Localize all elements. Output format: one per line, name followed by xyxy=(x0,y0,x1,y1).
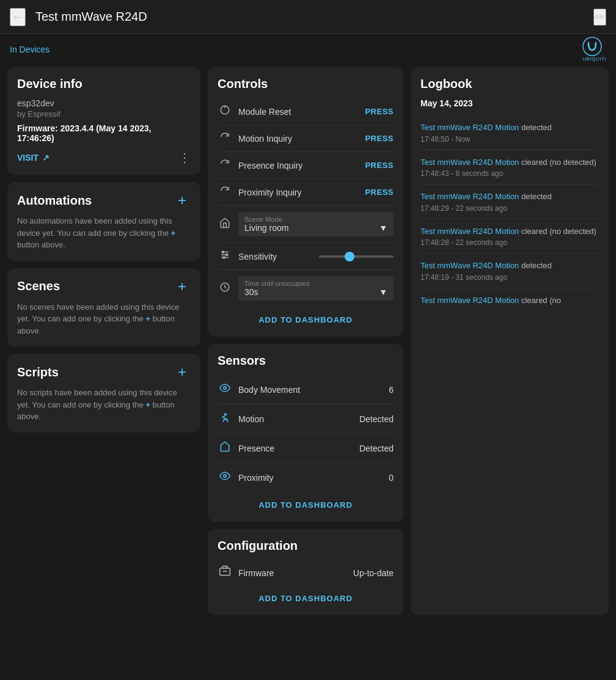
motion-label: Motion xyxy=(238,414,353,424)
add-automation-button[interactable]: + xyxy=(174,192,191,209)
svg-point-10 xyxy=(224,387,227,390)
control-row-time-unoccupied: Time until unoccupied 30s ▼ xyxy=(218,270,394,307)
eye-icon-2 xyxy=(218,470,232,484)
back-button[interactable]: ← xyxy=(10,8,26,26)
sensors-title: Sensors xyxy=(218,354,394,368)
proximity-inquiry-button[interactable]: PRESS xyxy=(365,188,394,197)
sliders-icon xyxy=(218,249,232,263)
firmware-label: Firmware xyxy=(238,568,347,578)
home-icon xyxy=(218,218,232,232)
scripts-card: Scripts + No scripts have been added usi… xyxy=(7,354,200,433)
log-link-6[interactable]: Test mmWave R24D Motion xyxy=(420,296,519,305)
svg-point-7 xyxy=(226,254,228,256)
clock-icon xyxy=(218,282,232,296)
log-time-1: 17:48:50 - Now xyxy=(420,135,599,144)
log-entry-2: Test mmWave R24D Motion cleared (no dete… xyxy=(420,150,599,185)
controls-title: Controls xyxy=(218,77,394,91)
sensitivity-slider[interactable] xyxy=(319,255,394,258)
log-link-3[interactable]: Test mmWave R24D Motion xyxy=(420,192,519,201)
log-link-2[interactable]: Test mmWave R24D Motion xyxy=(420,158,519,167)
eye-icon-1 xyxy=(218,382,232,397)
presence-inquiry-label: Presence Inquiry xyxy=(238,161,359,170)
presence-inquiry-button[interactable]: PRESS xyxy=(365,161,394,170)
log-time-4: 17:48:28 - 22 seconds ago xyxy=(420,238,599,247)
firmware-status: Up-to-date xyxy=(353,568,394,578)
device-by: by Espressif xyxy=(17,109,191,119)
external-link-icon: ↗ xyxy=(42,153,50,163)
sensor-row-proximity: Proximity 0 xyxy=(218,463,394,492)
body-movement-value: 6 xyxy=(389,385,394,395)
scene-mode-label: Scene Mode xyxy=(244,216,387,223)
logbook-title: Logbook xyxy=(420,77,599,91)
chevron-down-icon-2: ▼ xyxy=(379,287,387,297)
controls-card: Controls Module Reset PRESS xyxy=(208,67,403,337)
device-info-card: Device info esp32dev by Espressif Firmwa… xyxy=(7,67,200,175)
refresh-icon-1 xyxy=(218,131,232,145)
motion-inquiry-button[interactable]: PRESS xyxy=(365,134,394,143)
proximity-inquiry-label: Proximity Inquiry xyxy=(238,188,359,197)
scenes-header: Scenes + xyxy=(17,278,191,295)
log-link-5[interactable]: Test mmWave R24D Motion xyxy=(420,261,519,270)
firmware-icon xyxy=(218,565,232,580)
svg-point-8 xyxy=(223,257,225,258)
log-text-6: Test mmWave R24D Motion cleared (no xyxy=(420,294,599,307)
add-scene-button[interactable]: + xyxy=(174,278,191,295)
time-unoccupied-dropdown[interactable]: Time until unoccupied 30s ▼ xyxy=(238,276,394,301)
sensor-row-presence: Presence Detected xyxy=(218,434,394,463)
config-add-dashboard-button[interactable]: ADD TO DASHBOARD xyxy=(218,585,394,605)
control-row-presence-inquiry: Presence Inquiry PRESS xyxy=(218,152,394,179)
svg-point-0 xyxy=(583,37,601,56)
sensors-card: Sensors Body Movement 6 xyxy=(208,344,403,522)
presence-value: Detected xyxy=(359,444,394,453)
left-column: Device info esp32dev by Espressif Firmwa… xyxy=(7,67,200,615)
app-header: ← Test mmWave R24D ✏ xyxy=(0,0,616,34)
automations-title: Automations xyxy=(17,194,92,208)
device-id: esp32dev xyxy=(17,98,191,108)
more-options-button[interactable]: ⋮ xyxy=(178,150,191,165)
visit-label: VISIT xyxy=(17,153,38,163)
device-actions: VISIT ↗ ⋮ xyxy=(17,150,191,165)
automations-header: Automations + xyxy=(17,192,191,209)
motion-value: Detected xyxy=(359,414,394,424)
controls-add-dashboard-button[interactable]: ADD TO DASHBOARD xyxy=(218,307,394,327)
log-link-1[interactable]: Test mmWave R24D Motion xyxy=(420,123,519,132)
scene-mode-dropdown[interactable]: Scene Mode Living room ▼ xyxy=(238,212,394,236)
scenes-card: Scenes + No scenes have been added using… xyxy=(7,268,200,347)
log-text-1: Test mmWave R24D Motion detected xyxy=(420,122,599,134)
control-row-proximity-inquiry: Proximity Inquiry PRESS xyxy=(218,179,394,206)
svg-rect-13 xyxy=(220,568,230,576)
scene-mode-value: Living room ▼ xyxy=(244,223,387,233)
presence-label: Presence xyxy=(238,444,353,453)
sensors-add-dashboard-button[interactable]: ADD TO DASHBOARD xyxy=(218,492,394,512)
breadcrumb-link[interactable]: In Devices xyxy=(10,45,50,54)
log-time-2: 17:48:43 - 8 seconds ago xyxy=(420,169,599,178)
logbook-card: Logbook May 14, 2023 Test mmWave R24D Mo… xyxy=(411,67,609,615)
svg-point-11 xyxy=(224,414,226,415)
add-script-button[interactable]: + xyxy=(174,364,191,381)
main-content: Device info esp32dev by Espressif Firmwa… xyxy=(0,67,616,623)
scenes-title: Scenes xyxy=(17,279,60,293)
config-row-firmware: Firmware Up-to-date xyxy=(218,560,394,585)
log-entry-3: Test mmWave R24D Motion detected 17:48:2… xyxy=(420,185,599,219)
time-unoccupied-value: 30s ▼ xyxy=(244,287,387,297)
control-row-module-reset: Module Reset PRESS xyxy=(218,98,394,125)
power-icon xyxy=(218,104,232,119)
refresh-icon-2 xyxy=(218,158,232,172)
scripts-header: Scripts + xyxy=(17,364,191,381)
logbook-date: May 14, 2023 xyxy=(420,98,599,108)
log-link-4[interactable]: Test mmWave R24D Motion xyxy=(420,227,519,236)
edit-button[interactable]: ✏ xyxy=(593,9,606,26)
breadcrumb: In Devices xyxy=(0,37,616,62)
sensor-row-body-movement: Body Movement 6 xyxy=(218,375,394,404)
log-entry-6: Test mmWave R24D Motion cleared (no xyxy=(420,288,599,313)
module-reset-label: Module Reset xyxy=(238,107,359,117)
device-firmware: Firmware: 2023.4.4 (May 14 2023, 17:46:2… xyxy=(17,123,191,143)
log-text-2: Test mmWave R24D Motion cleared (no dete… xyxy=(420,156,599,169)
proximity-value: 0 xyxy=(389,473,394,483)
body-movement-label: Body Movement xyxy=(238,385,383,395)
control-row-sensitivity: Sensitivity xyxy=(218,243,394,270)
module-reset-button[interactable]: PRESS xyxy=(365,107,394,116)
scenes-desc: No scenes have been added using this dev… xyxy=(17,301,191,337)
visit-button[interactable]: VISIT ↗ xyxy=(17,153,50,163)
scripts-title: Scripts xyxy=(17,365,59,379)
